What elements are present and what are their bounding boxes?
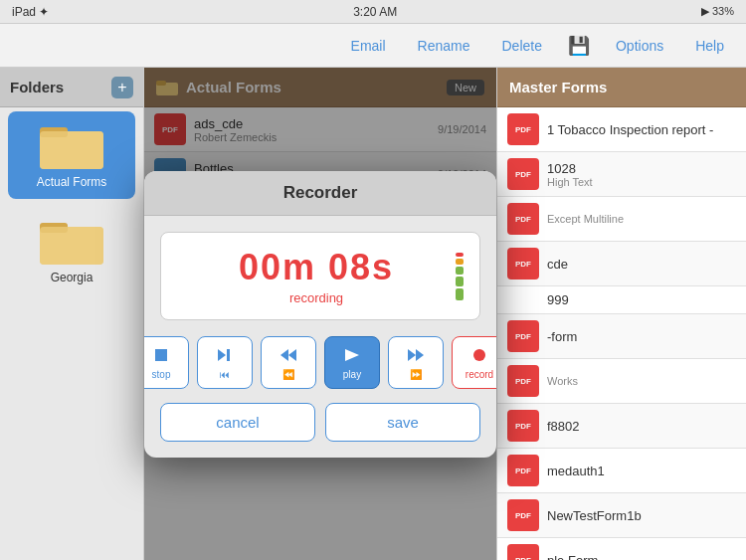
rewind-button[interactable]: ⏪ [261, 336, 316, 389]
stop-button[interactable]: stop [144, 336, 189, 389]
email-button[interactable]: Email [345, 34, 392, 58]
status-right: ▶ 33% [701, 5, 734, 18]
master-file-info-7: Works [547, 375, 578, 387]
nav-bar: Email Rename Delete 💾 Options Help [0, 24, 746, 68]
cancel-button[interactable]: cancel [160, 403, 315, 442]
rewind-icon [279, 345, 298, 365]
master-file-f8802[interactable]: PDF f8802 [497, 404, 746, 449]
meter-bar-1 [456, 253, 464, 257]
ipad-label: iPad ✦ [12, 5, 49, 19]
master-file-info-5: 999 [547, 292, 569, 307]
rewind-end-button[interactable]: ⏮ [197, 336, 253, 389]
master-file-info-11: ple Form [547, 553, 598, 561]
master-file-name-1: 1 Tobacco Inspection report - [547, 122, 713, 137]
level-meter [456, 251, 464, 300]
master-forms-file-list: PDF 1 Tobacco Inspection report - PDF 10… [497, 107, 746, 560]
master-file-info-1: 1 Tobacco Inspection report - [547, 122, 713, 137]
master-file-sub-7: Works [547, 375, 578, 387]
rewind-label: ⏪ [282, 369, 294, 380]
master-forms-header: Master Forms [497, 68, 746, 107]
save-button[interactable]: save [325, 403, 480, 442]
actual-forms-panel: Actual Forms New PDF ads_cde Robert Zeme… [144, 68, 497, 560]
svg-rect-2 [40, 131, 103, 169]
master-file-cde[interactable]: PDF cde [497, 242, 746, 286]
rewind-end-label: ⏮ [220, 369, 230, 380]
meter-bar-3 [456, 267, 464, 275]
master-file-except[interactable]: PDF Except Multiline [497, 197, 746, 242]
master-file-info-3: Except Multiline [547, 213, 624, 225]
record-button[interactable]: record [452, 336, 496, 389]
action-row: cancel save [160, 403, 480, 442]
meter-bar-2 [456, 259, 464, 265]
master-file-medauth1[interactable]: PDF medauth1 [497, 449, 746, 493]
modal-overlay: Recorder 00m 08s recording [144, 68, 496, 560]
options-button[interactable]: Options [610, 34, 669, 58]
pdf-badge-m1: PDF [507, 113, 539, 145]
folder-item-actual-forms[interactable]: Actual Forms [8, 111, 135, 199]
master-file-tobacco[interactable]: PDF 1 Tobacco Inspection report - [497, 107, 746, 152]
recorder-title: Recorder [144, 171, 496, 216]
status-time: 3:20 AM [353, 5, 397, 19]
folders-title: Folders [10, 79, 64, 95]
svg-marker-11 [280, 349, 288, 361]
timer-time: 00m 08s [239, 247, 394, 288]
rename-button[interactable]: Rename [412, 34, 476, 58]
master-file-info-9: medauth1 [547, 464, 605, 478]
dropbox-icon[interactable]: 💾 [568, 35, 590, 57]
record-icon [469, 345, 489, 365]
master-file-form[interactable]: PDF -form [497, 314, 746, 359]
master-file-info-6: -form [547, 329, 577, 344]
svg-rect-5 [40, 227, 103, 265]
master-file-newtestform[interactable]: PDF NewTestForm1b [497, 493, 746, 538]
meter-bar-5 [456, 288, 464, 300]
master-forms-panel: Master Forms PDF 1 Tobacco Inspection re… [497, 68, 746, 560]
timer-status: recording [289, 290, 343, 305]
main-layout: Folders + Actual Forms Georgia [0, 68, 746, 560]
svg-marker-9 [218, 349, 226, 361]
master-file-sub-3: Except Multiline [547, 213, 624, 225]
pdf-badge-m7: PDF [507, 365, 539, 397]
pdf-badge-m8: PDF [507, 410, 539, 442]
folders-header: Folders + [0, 68, 143, 107]
folder-item-georgia[interactable]: Georgia [8, 207, 135, 294]
battery-label: ▶ 33% [701, 5, 734, 18]
folder-icon [40, 121, 103, 171]
recorder-modal: Recorder 00m 08s recording [144, 171, 496, 458]
svg-marker-13 [345, 349, 359, 361]
master-file-info-10: NewTestForm1b [547, 508, 642, 523]
svg-marker-15 [416, 349, 424, 361]
master-file-name-10: NewTestForm1b [547, 508, 642, 523]
pdf-badge-m6: PDF [507, 320, 539, 352]
master-file-works[interactable]: PDF Works [497, 359, 746, 404]
master-file-1028[interactable]: PDF 1028 High Text [497, 152, 746, 197]
folder-label: Actual Forms [37, 175, 107, 189]
folders-panel: Folders + Actual Forms Georgia [0, 68, 144, 560]
controls-row: stop ⏮ ⏪ [160, 336, 480, 389]
master-file-info-2: 1028 High Text [547, 161, 593, 188]
master-file-999[interactable]: 999 [497, 286, 746, 314]
meter-bar-4 [456, 277, 464, 286]
master-file-name-2: 1028 [547, 161, 593, 176]
forward-button[interactable]: ⏩ [388, 336, 444, 389]
pdf-badge-m2: PDF [507, 158, 539, 190]
add-folder-button[interactable]: + [111, 77, 133, 98]
delete-button[interactable]: Delete [495, 34, 547, 58]
svg-rect-8 [155, 349, 167, 361]
timer-text-area: 00m 08s recording [177, 247, 456, 305]
pdf-badge-m3: PDF [507, 203, 539, 235]
help-button[interactable]: Help [689, 34, 730, 58]
master-forms-title: Master Forms [509, 79, 607, 95]
pdf-badge-m10: PDF [507, 499, 539, 531]
play-button[interactable]: play [324, 336, 380, 389]
svg-marker-14 [408, 349, 416, 361]
pdf-badge-m11: PDF [507, 544, 539, 560]
master-file-info-4: cde [547, 257, 568, 272]
master-file-name-11: ple Form [547, 553, 598, 561]
stop-label: stop [152, 369, 171, 380]
status-left: iPad ✦ [12, 5, 49, 19]
master-file-name-8: f8802 [547, 419, 580, 434]
master-file-info-8: f8802 [547, 419, 580, 434]
status-bar: iPad ✦ 3:20 AM ▶ 33% [0, 0, 746, 24]
master-file-sub-2: High Text [547, 176, 593, 188]
master-file-ple[interactable]: PDF ple Form [497, 538, 746, 560]
